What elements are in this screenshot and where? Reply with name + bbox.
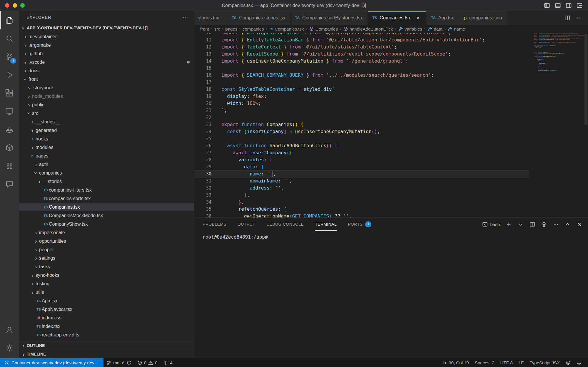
status-forwarded-ports[interactable]: 4 xyxy=(160,358,175,367)
breadcrumb-src[interactable]: src xyxy=(214,26,220,31)
tree-item-sync-hooks[interactable]: ›sync-hooks xyxy=(19,271,194,279)
tree-item-AppNavbar.tsx[interactable]: TSAppNavbar.tsx xyxy=(19,305,194,314)
tree-item-companies-sorts.tsx[interactable]: TScompanies-sorts.tsx xyxy=(19,194,194,203)
status-feedback[interactable] xyxy=(563,358,574,367)
tree-item-testing[interactable]: ›testing xyxy=(19,279,194,288)
toggle-layout-bottom-button[interactable] xyxy=(555,2,561,9)
breadcrumb-variables[interactable]: variables xyxy=(398,26,422,31)
code-line-18[interactable]: 18const StyledTableContainer = styled.di… xyxy=(194,86,529,93)
breadcrumb-Companies.tsx[interactable]: TSCompanies.tsx xyxy=(269,26,304,31)
code-line-27[interactable]: 27 await insertCompany({ xyxy=(194,149,529,156)
code-line-17[interactable]: 17 xyxy=(194,79,529,86)
tree-item-public[interactable]: ›public xyxy=(19,100,194,109)
breadcrumb-name[interactable]: name xyxy=(447,26,465,31)
toggle-layout-right-button[interactable] xyxy=(566,2,572,9)
code-line-30[interactable]: 30 name: '', xyxy=(194,170,529,177)
close-button[interactable] xyxy=(5,3,9,8)
panel-more-button[interactable] xyxy=(553,222,559,227)
activity-manage[interactable] xyxy=(0,339,19,357)
tree-item-hooks[interactable]: ›hooks xyxy=(19,135,194,143)
activity-run-debug[interactable] xyxy=(0,66,19,84)
tree-item-__stories__[interactable]: ›__stories__ xyxy=(19,118,194,126)
panel-tab-problems[interactable]: PROBLEMS xyxy=(203,218,226,231)
code-line-31[interactable]: 31 domainName: '', xyxy=(194,177,529,185)
status-notifications[interactable] xyxy=(574,358,584,367)
code-line-32[interactable]: 32 address: '', xyxy=(194,185,529,192)
close-icon[interactable]: × xyxy=(415,15,421,21)
toggle-layout-grid-button[interactable] xyxy=(577,2,583,9)
code-line-23[interactable]: 23export function Companies() { xyxy=(194,121,529,128)
workspace-section-header[interactable]: › APP [CONTAINER DEV-TWENTY-DEV (DEV-TWE… xyxy=(19,24,194,32)
tree-item-generated[interactable]: ›generated xyxy=(19,126,194,135)
tree-item-.storybook[interactable]: ›.storybook xyxy=(19,83,194,92)
activity-search[interactable] xyxy=(0,29,19,48)
activity-docker[interactable] xyxy=(0,120,19,139)
code-line-36[interactable]: 36 getOperationName(GET_COMPANIES) ?? ''… xyxy=(194,213,529,217)
activity-containers[interactable] xyxy=(0,139,19,157)
code-line-19[interactable]: 19 display: flex; xyxy=(194,93,529,100)
more-actions-icon[interactable] xyxy=(576,15,582,21)
tree-item-index.tsx[interactable]: TSindex.tsx xyxy=(19,322,194,331)
tree-item-.devcontainer[interactable]: ›.devcontainer xyxy=(19,32,194,41)
tree-item-.github[interactable]: ›.github xyxy=(19,49,194,58)
tree-item-utils[interactable]: ›utils xyxy=(19,288,194,296)
code-line-35[interactable]: 35 refetchQueries: [ xyxy=(194,206,529,213)
code-line-13[interactable]: 13import { RecoilScope } from '@/ui/util… xyxy=(194,51,529,58)
code-line-15[interactable]: 15 xyxy=(194,65,529,72)
activity-source-control[interactable]: 1 xyxy=(0,48,19,66)
code-line-22[interactable]: 22 xyxy=(194,114,529,121)
panel-tab-terminal[interactable]: TERMINAL xyxy=(315,218,337,231)
code-line-29[interactable]: 29 data: { xyxy=(194,163,529,170)
tab-stories.tsx[interactable]: stories.tsx xyxy=(194,11,227,25)
code-line-21[interactable]: 21`; xyxy=(194,107,529,114)
code-line-12[interactable]: 12import { TableContext } from '@/ui/tab… xyxy=(194,43,529,51)
tree-item-docs[interactable]: ›docs xyxy=(19,66,194,75)
tab-Companies.stories.tsx[interactable]: TSCompanies.stories.tsx xyxy=(227,11,290,25)
tab-App.tsx[interactable]: TSApp.tsx xyxy=(426,11,459,25)
tree-item-opportunities[interactable]: ›opportunities xyxy=(19,237,194,245)
activity-extension-grid[interactable] xyxy=(0,157,19,175)
code-editor[interactable]: 10import { WithTopBarContainer } from '@… xyxy=(194,33,588,217)
breadcrumb-front[interactable]: front xyxy=(200,26,209,31)
zoom-button[interactable] xyxy=(20,3,25,8)
tree-item-pages[interactable]: ›pages xyxy=(19,152,194,160)
minimap[interactable]: 10import { WithTopBarContainer } from '@… xyxy=(533,33,584,217)
code-line-20[interactable]: 20 width: 100%; xyxy=(194,100,529,107)
tree-item-App.tsx[interactable]: TSApp.tsx xyxy=(19,296,194,305)
code-line-33[interactable]: 33 }, xyxy=(194,192,529,199)
status-indentation[interactable]: Spaces: 2 xyxy=(472,358,497,367)
tree-item-impersonate[interactable]: ›impersonate xyxy=(19,228,194,237)
tree-item-front[interactable]: ›front xyxy=(19,75,194,83)
terminal-content[interactable]: root@0a42ecd84891:/app# xyxy=(194,231,588,240)
code-line-28[interactable]: 28 variables: { xyxy=(194,156,529,163)
activity-remote-explorer[interactable] xyxy=(0,102,19,120)
panel-close-button[interactable] xyxy=(577,222,582,227)
tree-item-people[interactable]: ›people xyxy=(19,245,194,254)
tree-item-CompanyShow.tsx[interactable]: TSCompanyShow.tsx xyxy=(19,220,194,228)
breadcrumb-pages[interactable]: pages xyxy=(225,26,237,31)
terminal-profile-bash[interactable]: bash xyxy=(482,222,500,227)
status-eol[interactable]: LF xyxy=(516,358,527,367)
code-line-26[interactable]: 26 async function handleAddButtonClick()… xyxy=(194,142,529,149)
code-line-34[interactable]: 34 }, xyxy=(194,199,529,206)
tree-item-src[interactable]: ›src xyxy=(19,109,194,118)
code-line-14[interactable]: 14import { useInsertOneCompanyMutation }… xyxy=(194,58,529,65)
section-outline[interactable]: ›OUTLINE xyxy=(19,341,194,350)
panel-tab-output[interactable]: OUTPUT xyxy=(238,218,255,231)
scrollbar-slider[interactable] xyxy=(584,34,587,125)
breadcrumb-handleAddButtonClick[interactable]: handleAddButtonClick xyxy=(343,26,393,31)
tree-item-settings[interactable]: ›settings xyxy=(19,254,194,262)
tree-item-tasks[interactable]: ›tasks xyxy=(19,262,194,271)
tree-item-.ergomake[interactable]: ›.ergomake xyxy=(19,41,194,49)
minimize-button[interactable] xyxy=(13,3,17,8)
code-line-11[interactable]: 11import { EntityTableActionBar } from '… xyxy=(194,36,529,43)
panel-split-button[interactable] xyxy=(529,222,535,227)
split-editor-icon[interactable] xyxy=(564,15,570,21)
tree-item-react-app-env.d.ts[interactable]: TSreact-app-env.d.ts xyxy=(19,331,194,339)
code-line-24[interactable]: 24 const [insertCompany] = useInsertOneC… xyxy=(194,128,529,135)
tree-item-CompaniesMockMode.tsx[interactable]: TSCompaniesMockMode.tsx xyxy=(19,211,194,220)
activity-extensions[interactable] xyxy=(0,84,19,102)
tree-item-companies-filters.tsx[interactable]: TScompanies-filters.tsx xyxy=(19,186,194,194)
tree-item-node_modules[interactable]: ›node_modules xyxy=(19,92,194,100)
panel-chevron-up-button[interactable] xyxy=(565,222,570,227)
